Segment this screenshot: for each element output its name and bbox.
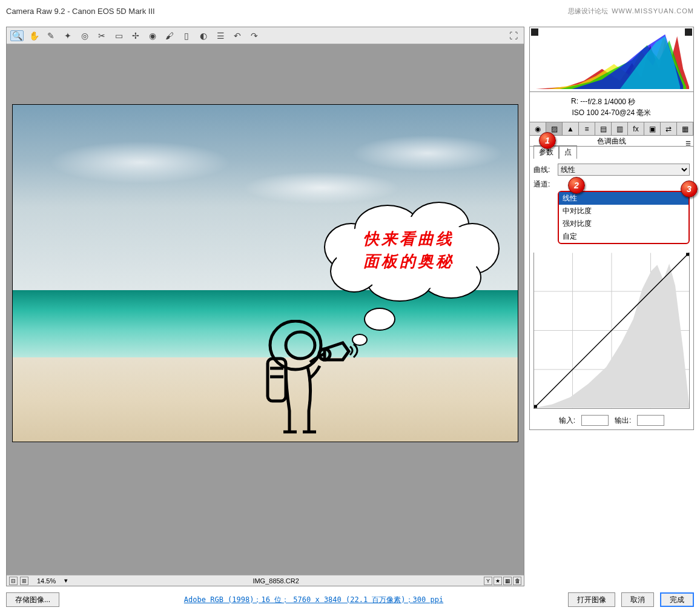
tab-fx-icon[interactable]: fx (628, 122, 644, 135)
exif-info: R: --- f/2.8 1/4000 秒 ISO 100 24-70@24 毫… (529, 92, 694, 122)
image-frame: 🔍 ✋ ✎ ✦ ◎ ✂ ▭ ✢ ◉ 🖌 ▯ ◐ ☰ ↶ ↷ ⛶ (6, 27, 524, 586)
thought-puff-icon (364, 308, 395, 331)
status-bar: ⊟ ⊞ 14.5% ▾ IMG_8858.CR2 Y ★ ▦ 🗑 (7, 575, 524, 586)
character-illustration (252, 320, 361, 435)
rotate-ccw-icon[interactable]: ↶ (231, 30, 244, 41)
save-image-button[interactable]: 存储图像... (6, 592, 59, 607)
tab-snapshots-icon[interactable]: ▦ (677, 122, 693, 135)
exif-line2: ISO 100 24-70@24 毫米 (530, 107, 693, 118)
app-title: Camera Raw 9.2 - Canon EOS 5D Mark III (6, 7, 155, 16)
canvas-area[interactable]: 快来看曲线 面板的奥秘 (7, 44, 524, 575)
color-sampler-icon[interactable]: ✦ (61, 30, 74, 41)
zoom-level[interactable]: 14.5% (31, 577, 62, 585)
callout-1: 1 (539, 132, 556, 149)
zoom-dropdown-icon[interactable]: ▾ (64, 577, 68, 585)
rotate-cw-icon[interactable]: ↷ (248, 30, 261, 41)
subtab-point[interactable]: 点 (559, 145, 577, 159)
hand-tool-icon[interactable]: ✋ (27, 30, 41, 41)
trash-icon[interactable]: 🗑 (513, 577, 521, 585)
curve-subtabs: 参数 点 (529, 147, 694, 159)
input-label: 输入: (559, 416, 575, 426)
rgb-readout: R: --- (571, 96, 587, 107)
preferences-icon[interactable]: ☰ (214, 30, 227, 41)
tab-hsl-icon[interactable]: ≡ (579, 122, 595, 135)
done-button[interactable]: 完成 (660, 592, 694, 607)
panel-tabs: ◉ ▨ ▲ ≡ ▤ ▥ fx ▣ ⇄ ▦ (529, 122, 694, 136)
zoom-tool-icon[interactable]: 🔍 (10, 30, 24, 41)
dropdown-option-linear[interactable]: 线性 (559, 192, 688, 205)
filter-icon[interactable]: Y (484, 577, 492, 585)
straighten-icon[interactable]: ▭ (112, 30, 125, 41)
svg-rect-16 (686, 253, 689, 256)
photo-preview: 快来看曲线 面板的奥秘 (12, 104, 518, 442)
panel-menu-icon[interactable]: ☰ (685, 138, 691, 149)
curve-label: 曲线: (533, 165, 555, 175)
fullscreen-icon[interactable]: ⛶ (507, 30, 520, 41)
exif-line1: f/2.8 1/4000 秒 (530, 96, 693, 107)
graduated-filter-icon[interactable]: ▯ (180, 30, 193, 41)
curve-preset-dropdown: 线性 中对比度 强对比度 自定 (558, 191, 690, 244)
svg-rect-15 (534, 405, 537, 408)
dropdown-option-medium[interactable]: 中对比度 (559, 205, 688, 217)
callout-3: 3 (681, 181, 698, 197)
adjustment-brush-icon[interactable]: 🖌 (163, 30, 176, 41)
open-image-button[interactable]: 打开图像 (568, 592, 615, 607)
shadow-clip-icon[interactable] (531, 28, 538, 36)
workflow-options-link[interactable]: Adobe RGB (1998)；16 位； 5760 x 3840 (22.1… (65, 595, 562, 605)
targeted-adjust-icon[interactable]: ◎ (78, 30, 91, 41)
tab-detail-icon[interactable]: ▲ (563, 122, 579, 135)
title-bar: Camera Raw 9.2 - Canon EOS 5D Mark III 思… (0, 0, 700, 22)
curve-output-field[interactable] (637, 415, 664, 426)
eyedropper-icon[interactable]: ✎ (44, 30, 58, 41)
bottom-bar: 存储图像... Adobe RGB (1998)；16 位； 5760 x 38… (6, 591, 694, 608)
filename-label: IMG_8858.CR2 (70, 577, 481, 585)
crop-tool-icon[interactable]: ✂ (95, 30, 108, 41)
label-icon[interactable]: ▦ (503, 577, 512, 585)
redeye-icon[interactable]: ◉ (146, 30, 159, 41)
tab-lens-icon[interactable]: ▥ (612, 122, 628, 135)
svg-point-1 (286, 332, 315, 359)
curve-input-field[interactable] (581, 415, 609, 426)
view-single-icon[interactable]: ⊟ (9, 577, 18, 585)
curve-graph[interactable] (533, 253, 690, 409)
right-panel: R: --- f/2.8 1/4000 秒 ISO 100 24-70@24 毫… (529, 27, 694, 586)
dropdown-option-custom[interactable]: 自定 (559, 230, 688, 243)
tab-split-icon[interactable]: ▤ (595, 122, 612, 135)
histogram[interactable] (529, 27, 694, 92)
watermark: 思缘设计论坛 WWW.MISSYUAN.COM (568, 7, 694, 16)
toolbar: 🔍 ✋ ✎ ✦ ◎ ✂ ▭ ✢ ◉ 🖌 ▯ ◐ ☰ ↶ ↷ ⛶ (7, 27, 524, 44)
dropdown-option-strong[interactable]: 强对比度 (559, 217, 688, 230)
curve-controls: 曲线: 线性 通道: 线性 中对比度 强对比度 自定 (529, 159, 694, 430)
view-grid-icon[interactable]: ⊞ (20, 577, 28, 585)
callout-2: 2 (568, 177, 585, 194)
cancel-button[interactable]: 取消 (621, 592, 654, 607)
tab-camera-icon[interactable]: ▣ (644, 122, 661, 135)
tab-presets-icon[interactable]: ⇄ (661, 122, 677, 135)
channel-label: 通道: (533, 179, 555, 190)
output-label: 输出: (615, 416, 631, 426)
speech-bubble: 快来看曲线 面板的奥秘 (318, 199, 500, 302)
radial-filter-icon[interactable]: ◐ (197, 30, 210, 41)
curve-preset-select[interactable]: 线性 (558, 164, 690, 176)
rating-icon[interactable]: ★ (494, 577, 502, 585)
svg-point-0 (270, 321, 321, 369)
spot-removal-icon[interactable]: ✢ (129, 30, 142, 41)
highlight-clip-icon[interactable] (685, 28, 692, 36)
